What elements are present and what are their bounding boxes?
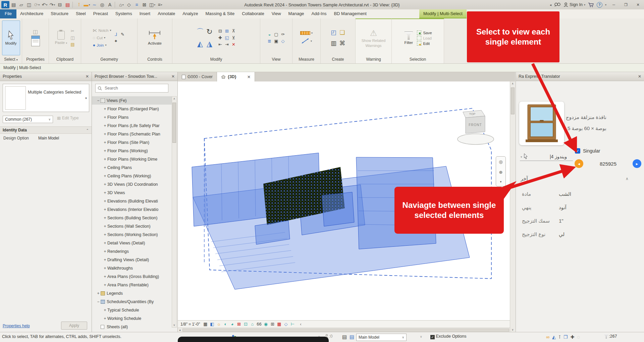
selection-filter-indicator[interactable]: :267: [604, 334, 617, 339]
tree-item[interactable]: + Detail Views (Detail): [92, 239, 172, 247]
activate-dimensions-button[interactable]: Activate: [147, 30, 162, 46]
qat-separator-1[interactable]: [72, 2, 74, 8]
unpin-icon[interactable]: ⊻: [232, 36, 235, 40]
tree-item[interactable]: + Area Plans (Gross Building): [92, 272, 172, 281]
translator-header[interactable]: Ra Express Translator ✕: [516, 72, 644, 81]
modify-button[interactable]: Modify: [2, 20, 20, 55]
section-icon[interactable]: ◇: [125, 1, 133, 8]
cut-icon[interactable]: ✂: [71, 29, 74, 33]
measure-icon[interactable]: ▬▾: [83, 1, 91, 8]
tree-item[interactable]: + Working Schedule: [92, 314, 172, 323]
ribbon-tab[interactable]: Annotate: [154, 9, 179, 18]
horizontal-scrollbar[interactable]: ◂: [178, 328, 510, 332]
crop-view-icon[interactable]: ⊠: [236, 322, 243, 327]
tree-item[interactable]: + Renderings: [92, 247, 172, 255]
translator-close-icon[interactable]: ✕: [638, 74, 641, 79]
view-tab-3d[interactable]: {3D} ✕: [217, 72, 255, 81]
restore-button[interactable]: ❐: [621, 1, 631, 8]
tree-expander[interactable]: +: [103, 207, 107, 212]
tree-item[interactable]: + Floor Plans (Schematic Plan: [92, 130, 172, 138]
sign-in-button[interactable]: Sign In ▾: [564, 2, 585, 7]
tree-expander[interactable]: +: [103, 258, 107, 262]
editable-only-icon[interactable]: ▤: [342, 334, 347, 339]
section-box-icon[interactable]: ▣: [274, 39, 278, 43]
tree-item[interactable]: + Floor Plans (Enlarged Plan): [92, 105, 172, 113]
aligned-dimension-tool-icon[interactable]: ▾: [301, 38, 312, 44]
search-icon[interactable]: [554, 2, 561, 7]
panel-label-selection[interactable]: Selection: [392, 57, 444, 63]
previous-element-button[interactable]: ◂: [575, 159, 583, 168]
tree-item[interactable]: + Floor Plans (Working): [92, 147, 172, 155]
ribbon-tab[interactable]: Analyze: [179, 9, 202, 18]
select-pinned-icon[interactable]: ⊺: [558, 334, 561, 340]
properties-toggle-button[interactable]: ◫: [31, 28, 41, 47]
ribbon-tab[interactable]: Architecture: [16, 9, 47, 18]
home-icon[interactable]: ⌂▾: [118, 1, 125, 8]
identity-data-section[interactable]: Identity Data ⌃: [0, 126, 92, 134]
copy-icon2[interactable]: ◱: [225, 36, 229, 40]
singular-checkbox[interactable]: ✓: [575, 148, 580, 154]
help-icon[interactable]: ?: [597, 2, 602, 8]
thin-lines-icon[interactable]: ≡: [133, 1, 141, 8]
print-icon[interactable]: ⊟: [56, 1, 64, 8]
tree-expander[interactable]: +: [103, 123, 107, 128]
tree-item[interactable]: + Sections (Working Section): [92, 230, 172, 239]
ribbon-tab[interactable]: BD Management: [330, 9, 370, 18]
visibility-bulb-icon[interactable]: ◒: [268, 32, 271, 37]
tree-expander[interactable]: +: [103, 115, 107, 120]
ribbon-tab[interactable]: Structure: [47, 9, 72, 18]
edit-selection-button[interactable]: Edit: [417, 41, 432, 46]
ribbon-tab[interactable]: Precast: [90, 9, 112, 18]
tree-item[interactable]: − Schedules/Quantities (By: [92, 297, 172, 306]
ribbon-tab[interactable]: Collaborate: [238, 9, 268, 18]
switch-windows-icon[interactable]: ◫▾: [149, 1, 156, 8]
pin-icon[interactable]: ⊼: [232, 29, 235, 33]
tree-expander[interactable]: +: [103, 107, 107, 111]
split-face-icon[interactable]: ✦: [114, 39, 118, 43]
ribbon-tab[interactable]: Add-Ins: [308, 9, 330, 18]
panel-label-select[interactable]: Select ▾: [0, 57, 22, 63]
rotate-icon[interactable]: ↻: [206, 27, 212, 36]
close-button[interactable]: ✕: [633, 1, 643, 8]
options-caret-icon[interactable]: ∨: [420, 335, 422, 338]
navbar-caret-icon[interactable]: ▾: [500, 180, 502, 183]
properties-filter-combo[interactable]: Common (267) ∨: [3, 116, 53, 123]
revit-logo-icon[interactable]: R: [1, 1, 9, 8]
save-selection-button[interactable]: Save: [417, 31, 432, 35]
offset-copy-icon[interactable]: ⇥: [225, 42, 229, 47]
linework-icon[interactable]: ≣: [268, 39, 271, 43]
tree-expander[interactable]: +: [103, 190, 107, 195]
offset-icon[interactable]: ⌒: [197, 27, 204, 37]
tag-icon[interactable]: ◎: [99, 1, 106, 8]
cut-geometry-menu[interactable]: ◌Cut▾: [93, 34, 111, 42]
text-icon[interactable]: A: [106, 1, 114, 8]
close-hidden-windows-icon[interactable]: ⊠: [141, 1, 148, 8]
other-section[interactable]: آخر ∧: [516, 174, 644, 183]
type-selector-caret-icon[interactable]: ▾: [85, 96, 87, 100]
ribbon-tab[interactable]: Steel: [72, 9, 90, 18]
ribbon-tab[interactable]: View: [268, 9, 285, 18]
move-icon[interactable]: ✚: [218, 36, 222, 40]
select-by-face-icon[interactable]: ❐: [564, 334, 568, 340]
shadows-icon[interactable]: ◐: [222, 322, 229, 327]
view-tab-close-icon[interactable]: ✕: [247, 74, 251, 79]
tree-expander[interactable]: +: [103, 132, 107, 136]
tree-item[interactable]: + Elevations (Building Elevati: [92, 197, 172, 205]
collapse-arrow-icon[interactable]: ◂: [550, 3, 551, 7]
create-parts-icon[interactable]: ◰: [331, 29, 336, 36]
match-type-icon[interactable]: ▤: [70, 42, 74, 47]
steering-wheel-icon[interactable]: ◎: [499, 159, 502, 164]
redo-icon[interactable]: ↷▾: [49, 1, 56, 8]
temporary-hide-isolate-icon[interactable]: 66: [256, 322, 263, 327]
user-interface-icon[interactable]: ≡▾: [156, 1, 164, 8]
selection-box-icon[interactable]: ⊞: [269, 322, 276, 327]
reveal-hidden-icon[interactable]: ◉: [263, 322, 269, 327]
undo-icon[interactable]: ↶▾: [41, 1, 48, 8]
tree-item[interactable]: + Walkthroughs: [92, 264, 172, 272]
tree-expander[interactable]: +: [103, 149, 107, 153]
wall-joins-icon[interactable]: ⅃: [115, 32, 117, 37]
tree-expander[interactable]: +: [103, 157, 107, 162]
panel-label-properties[interactable]: Properties: [22, 57, 49, 63]
tree-expander[interactable]: +: [103, 216, 107, 220]
tree-expander[interactable]: +: [103, 232, 107, 237]
